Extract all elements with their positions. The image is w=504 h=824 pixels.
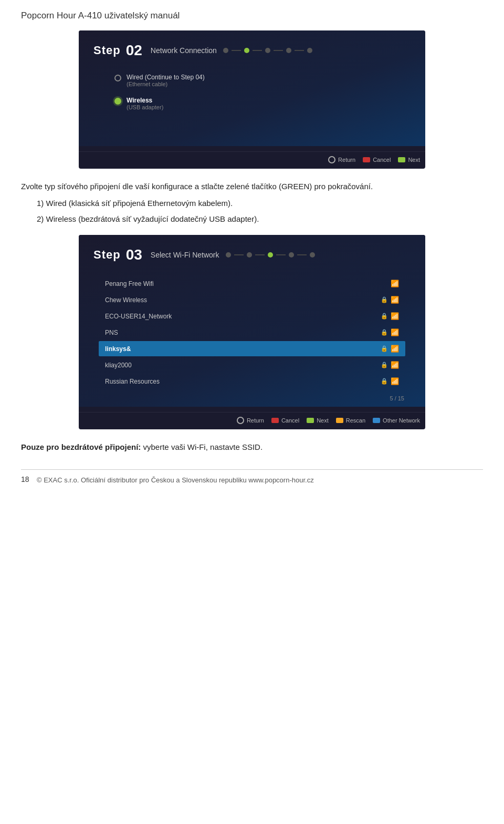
wifi-item-6[interactable]: kliay2000 🔒 📶 [99, 357, 405, 373]
s3-yellow-icon [336, 418, 343, 423]
lock-icon-3: 🔒 [381, 313, 388, 320]
s3-return-btn[interactable]: Return [237, 417, 264, 424]
step03-header: Step 03 Select Wi-Fi Network [93, 246, 411, 263]
s3-dot-4 [289, 252, 294, 258]
wifi-item-7[interactable]: Russian Resources 🔒 📶 [99, 374, 405, 389]
body-para1: Zvolte typ síťového připojení dle vaší k… [21, 180, 483, 193]
wifi-name-1: Penang Free Wifi [105, 280, 154, 287]
connector [255, 254, 265, 255]
s3-next-btn[interactable]: Next [307, 417, 329, 424]
wifi-icons-1: 📶 [391, 280, 399, 287]
wifi-name-2: Chew Wireless [105, 296, 147, 304]
wifi-name-3: ECO-USER14_Network [105, 313, 172, 320]
s3-cancel-btn[interactable]: Cancel [271, 417, 299, 424]
step03-screenshot: Step 03 Select Wi-Fi Network Penang Free… [79, 235, 425, 429]
s3-other-label: Other Network [383, 417, 420, 424]
page-number: 18 [21, 475, 37, 483]
lock-icon-6: 🔒 [381, 362, 388, 368]
bottom-text: Pouze pro bezdrátové připojení: vyberte … [21, 441, 483, 454]
wifi-icons-5: 🔒 📶 [381, 345, 399, 353]
wired-label: Wired (Continue to Step 04) [127, 74, 205, 81]
progress-dot-1 [223, 48, 228, 53]
wireless-option[interactable]: Wireless (USB adapter) [114, 97, 400, 110]
wired-option[interactable]: Wired (Continue to Step 04) (Ethernet ca… [114, 74, 400, 87]
green-icon [398, 157, 405, 162]
lock-icon-7: 🔒 [381, 378, 388, 385]
step03-num: 03 [126, 246, 142, 263]
s3-dot-5 [310, 252, 315, 258]
wifi-name-7: Russian Resources [105, 378, 160, 385]
connector [253, 50, 262, 51]
wifi-item-5[interactable]: linksys& 🔒 📶 [99, 341, 405, 356]
connector [232, 50, 241, 51]
progress-dot-3 [265, 48, 270, 53]
wifi-icons-2: 🔒 📶 [381, 296, 399, 304]
wifi-item-2[interactable]: Chew Wireless 🔒 📶 [99, 292, 405, 307]
pagination: 5 / 15 [93, 395, 411, 401]
wifi-name-4: PNS [105, 329, 118, 336]
progress-dot-5 [307, 48, 312, 53]
cancel-label: Cancel [373, 157, 391, 163]
wifi-signal-4: 📶 [391, 328, 399, 336]
progress-dot-2 [244, 48, 249, 53]
step02-footer: Return Cancel Next [79, 151, 425, 169]
s3-return-label: Return [247, 417, 264, 424]
wifi-name-5: linksys& [105, 345, 131, 353]
wifi-signal-3: 📶 [391, 312, 399, 320]
step02-progress [223, 48, 312, 53]
wifi-icons-3: 🔒 📶 [381, 312, 399, 320]
next-btn-02[interactable]: Next [398, 157, 420, 163]
wireless-radio[interactable] [114, 98, 121, 105]
wifi-list: Penang Free Wifi 📶 Chew Wireless 🔒 📶 ECO… [93, 273, 411, 393]
s3-blue-icon [373, 418, 380, 423]
s3-green-icon [307, 418, 314, 423]
body-para2: 1) Wired (klasická síť připojená Etherne… [37, 197, 483, 210]
s3-dot-1 [226, 252, 231, 258]
step03-title: Select Wi-Fi Network [151, 251, 219, 259]
s3-rescan-btn[interactable]: Rescan [336, 417, 365, 424]
return-label: Return [338, 157, 355, 163]
connector [276, 254, 286, 255]
wifi-item-1[interactable]: Penang Free Wifi 📶 [99, 276, 405, 291]
step03-label: Step [93, 248, 121, 262]
lock-icon-5: 🔒 [381, 345, 388, 352]
s3-cancel-label: Cancel [281, 417, 299, 424]
connector [297, 254, 307, 255]
s3-next-label: Next [317, 417, 329, 424]
wifi-signal-1: 📶 [391, 280, 399, 287]
wifi-item-4[interactable]: PNS 🔒 📶 [99, 325, 405, 340]
connector [234, 254, 244, 255]
circle-icon [328, 156, 335, 163]
s3-rescan-label: Rescan [346, 417, 365, 424]
cancel-btn[interactable]: Cancel [363, 157, 391, 163]
wired-sublabel: (Ethernet cable) [127, 81, 205, 87]
wifi-signal-6: 📶 [391, 361, 399, 369]
bottom-text-rest: vyberte vaši Wi-Fi, nastavte SSID. [141, 442, 262, 451]
wifi-icons-4: 🔒 📶 [381, 328, 399, 336]
wifi-name-6: kliay2000 [105, 362, 132, 369]
connector [274, 50, 283, 51]
wifi-signal-7: 📶 [391, 377, 399, 385]
wireless-label: Wireless [127, 97, 163, 104]
footer-copyright: © EXAC s.r.o. Oficiální distributor pro … [37, 475, 314, 486]
bottom-text-bold: Pouze pro bezdrátové připojení: [21, 442, 141, 451]
s3-red-icon [271, 418, 279, 423]
network-options: Wired (Continue to Step 04) (Ethernet ca… [93, 68, 411, 128]
step02-screenshot: Step 02 Network Connection Wired (Contin… [79, 30, 425, 169]
red-icon [363, 157, 370, 162]
connector [295, 50, 304, 51]
return-btn[interactable]: Return [328, 156, 355, 163]
wifi-icons-6: 🔒 📶 [381, 361, 399, 369]
wifi-item-3[interactable]: ECO-USER14_Network 🔒 📶 [99, 308, 405, 324]
page-title: Popcorn Hour A-410 uživatelský manuál [21, 11, 483, 21]
step02-title: Network Connection [151, 46, 217, 55]
next-label-02: Next [408, 157, 420, 163]
wifi-signal-5: 📶 [391, 345, 399, 353]
wired-radio[interactable] [114, 75, 121, 81]
s3-other-network-btn[interactable]: Other Network [373, 417, 420, 424]
lock-icon-2: 🔒 [381, 296, 388, 303]
body-para3: 2) Wireless (bezdrátová síť vyžadující d… [37, 213, 483, 225]
page-footer: 18 © EXAC s.r.o. Oficiální distributor p… [21, 469, 483, 486]
progress-dot-4 [286, 48, 291, 53]
step03-footer: Return Cancel Next Rescan Other Network [79, 412, 425, 429]
